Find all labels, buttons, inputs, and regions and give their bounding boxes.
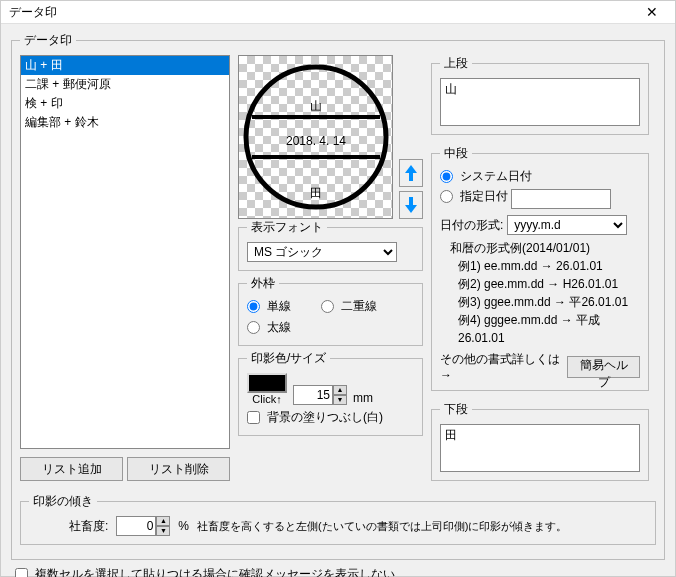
click-label: Click↑: [252, 393, 281, 405]
main-group: データ印 山 + 田二課 + 郵便河原検 + 印編集部 + 鈴木 リスト追加 リ…: [11, 32, 665, 560]
middle-column: 山 2018. 4. 14 田: [238, 55, 423, 487]
date-format-select[interactable]: yyyy.m.d: [507, 215, 627, 235]
upper-text-input[interactable]: 山: [440, 78, 640, 126]
upper-group: 上段 山: [431, 55, 649, 135]
confirm-checkbox[interactable]: 複数セルを選択して貼りつける場合に確認メッセージを表示しない: [15, 566, 395, 577]
size-unit: mm: [353, 391, 373, 405]
arrow-up-icon: [405, 165, 417, 181]
close-button[interactable]: ✕: [637, 1, 667, 23]
frame-group: 外枠 単線 二重線 太線: [238, 275, 423, 346]
tilt-legend: 印影の傾き: [29, 493, 97, 510]
size-down[interactable]: ▼: [333, 395, 347, 405]
help-button[interactable]: 簡易ヘルプ: [567, 356, 640, 378]
middle-legend: 中段: [440, 145, 472, 162]
left-column: 山 + 田二課 + 郵便河原検 + 印編集部 + 鈴木 リスト追加 リスト削除: [20, 55, 230, 487]
move-down-button[interactable]: [399, 191, 423, 219]
color-size-group: 印影色/サイズ Click↑ ▲▼ mm: [238, 350, 423, 436]
stamp-graphic: 山 2018. 4. 14 田: [241, 62, 391, 212]
stamp-date-text: 2018. 4. 14: [285, 134, 345, 148]
color-size-legend: 印影色/サイズ: [247, 350, 330, 367]
list-item[interactable]: 二課 + 郵便河原: [21, 75, 229, 94]
move-up-button[interactable]: [399, 159, 423, 187]
fixed-date-input[interactable]: [511, 189, 611, 209]
date-format-label: 日付の形式:: [440, 217, 503, 234]
fixed-date-radio[interactable]: 指定日付: [440, 188, 508, 205]
size-spinner[interactable]: ▲▼: [293, 385, 347, 405]
tilt-down[interactable]: ▼: [156, 526, 170, 536]
list-item[interactable]: 検 + 印: [21, 94, 229, 113]
frame-legend: 外枠: [247, 275, 279, 292]
stamp-bottom-text: 田: [310, 186, 322, 200]
lower-text-input[interactable]: 田: [440, 424, 640, 472]
tilt-spinner[interactable]: ▲▼: [116, 516, 170, 536]
format-examples: 和暦の形式例(2014/01/01) 例1) ee.mm.dd → 26.01.…: [450, 239, 640, 347]
tilt-group: 印影の傾き 社畜度: ▲▼ % 社畜度を高くすると左側(たいていの書類では上司印…: [20, 493, 656, 545]
size-input[interactable]: [293, 385, 333, 405]
right-column: 上段 山 中段 システム日付 指定日付 日付の形式: yyyy.m.d: [431, 55, 649, 487]
help-label: その他の書式詳しくは→: [440, 351, 561, 382]
font-group: 表示フォント MS ゴシック: [238, 219, 423, 271]
arrow-down-icon: [405, 197, 417, 213]
lower-group: 下段 田: [431, 401, 649, 481]
fill-bg-checkbox[interactable]: 背景の塗りつぶし(白): [247, 409, 383, 426]
tilt-description: 社畜度を高くすると左側(たいていの書類では上司印側)に印影が傾きます。: [197, 519, 647, 533]
list-delete-button[interactable]: リスト削除: [127, 457, 230, 481]
tilt-unit: %: [178, 519, 189, 533]
frame-double-radio[interactable]: 二重線: [321, 298, 377, 315]
tilt-input[interactable]: [116, 516, 156, 536]
font-legend: 表示フォント: [247, 219, 327, 236]
list-add-button[interactable]: リスト追加: [20, 457, 123, 481]
upper-legend: 上段: [440, 55, 472, 72]
color-swatch[interactable]: [247, 373, 287, 393]
frame-bold-radio[interactable]: 太線: [247, 319, 291, 336]
middle-group: 中段 システム日付 指定日付 日付の形式: yyyy.m.d 和暦の形式例(20…: [431, 145, 649, 391]
list-item[interactable]: 山 + 田: [21, 56, 229, 75]
lower-legend: 下段: [440, 401, 472, 418]
list-item[interactable]: 編集部 + 鈴木: [21, 113, 229, 132]
sys-date-radio[interactable]: システム日付: [440, 168, 532, 185]
tilt-label: 社畜度:: [69, 518, 108, 535]
window-title: データ印: [9, 4, 637, 21]
main-group-legend: データ印: [20, 32, 76, 49]
titlebar: データ印 ✕: [1, 1, 675, 24]
stamp-list[interactable]: 山 + 田二課 + 郵便河原検 + 印編集部 + 鈴木: [20, 55, 230, 449]
stamp-preview: 山 2018. 4. 14 田: [238, 55, 393, 219]
frame-single-radio[interactable]: 単線: [247, 298, 291, 315]
content: データ印 山 + 田二課 + 郵便河原検 + 印編集部 + 鈴木 リスト追加 リ…: [1, 24, 675, 577]
dialog-window: データ印 ✕ データ印 山 + 田二課 + 郵便河原検 + 印編集部 + 鈴木 …: [0, 0, 676, 577]
font-select[interactable]: MS ゴシック: [247, 242, 397, 262]
size-up[interactable]: ▲: [333, 385, 347, 395]
stamp-top-text: 山: [310, 99, 322, 113]
tilt-up[interactable]: ▲: [156, 516, 170, 526]
